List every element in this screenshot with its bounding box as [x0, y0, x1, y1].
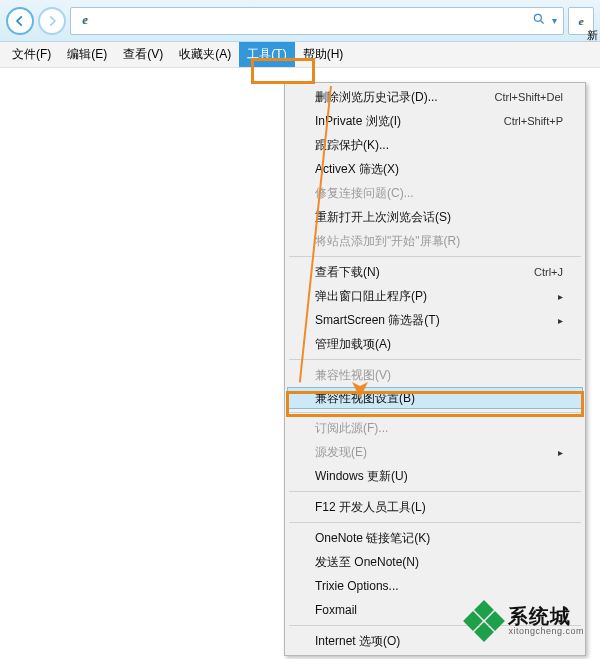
menu-help[interactable]: 帮助(H) [295, 42, 352, 67]
menu-separator [289, 491, 581, 492]
dropdown-caret-icon[interactable]: ▾ [552, 15, 557, 26]
menu-file[interactable]: 文件(F) [4, 42, 59, 67]
tab-label: 新 [587, 28, 598, 43]
menu-f12-devtools[interactable]: F12 开发人员工具(L) [287, 495, 583, 519]
menu-view-downloads[interactable]: 查看下载(N)Ctrl+J [287, 260, 583, 284]
menu-onenote-linked[interactable]: OneNote 链接笔记(K) [287, 526, 583, 550]
menu-fix-connection: 修复连接问题(C)... [287, 181, 583, 205]
menu-subscribe-feed: 订阅此源(F)... [287, 416, 583, 440]
menu-inprivate[interactable]: InPrivate 浏览(I)Ctrl+Shift+P [287, 109, 583, 133]
menu-edit[interactable]: 编辑(E) [59, 42, 115, 67]
watermark: 系统城 xitongcheng.com [466, 603, 584, 639]
menu-compat-view: 兼容性视图(V) [287, 363, 583, 387]
svg-point-0 [534, 14, 541, 21]
navigation-bar: e ▾ e [0, 0, 600, 42]
menu-compat-view-settings[interactable]: 兼容性视图设置(B) [287, 387, 583, 409]
arrow-left-icon [13, 14, 27, 28]
address-bar[interactable]: e ▾ [70, 7, 564, 35]
menu-windows-update[interactable]: Windows 更新(U) [287, 464, 583, 488]
menu-manage-addons[interactable]: 管理加载项(A) [287, 332, 583, 356]
menu-send-to-onenote[interactable]: 发送至 OneNote(N) [287, 550, 583, 574]
annotation-arrow-head-icon [352, 378, 368, 401]
menu-separator [289, 522, 581, 523]
menu-separator [289, 256, 581, 257]
menu-reopen-session[interactable]: 重新打开上次浏览会话(S) [287, 205, 583, 229]
menu-view[interactable]: 查看(V) [115, 42, 171, 67]
menu-add-to-start: 将站点添加到"开始"屏幕(R) [287, 229, 583, 253]
menu-favorites[interactable]: 收藏夹(A) [171, 42, 239, 67]
search-icon[interactable] [532, 12, 546, 29]
forward-button[interactable] [38, 7, 66, 35]
menu-feed-discovery: 源发现(E)▸ [287, 440, 583, 464]
watermark-title: 系统城 [508, 605, 584, 627]
menu-bar: 文件(F) 编辑(E) 查看(V) 收藏夹(A) 工具(T) 帮助(H) [0, 42, 600, 68]
back-button[interactable] [6, 7, 34, 35]
menu-separator [289, 412, 581, 413]
menu-smartscreen[interactable]: SmartScreen 筛选器(T)▸ [287, 308, 583, 332]
ie-logo-icon: e [579, 14, 584, 28]
menu-activex-filter[interactable]: ActiveX 筛选(X) [287, 157, 583, 181]
ie-logo-icon: e [77, 13, 93, 29]
menu-popup-blocker[interactable]: 弹出窗口阻止程序(P)▸ [287, 284, 583, 308]
menu-trixie-options[interactable]: Trixie Options... [287, 574, 583, 598]
watermark-logo-icon [466, 603, 502, 639]
arrow-right-icon [45, 14, 59, 28]
watermark-url: xitongcheng.com [508, 627, 584, 637]
menu-tools[interactable]: 工具(T) [239, 42, 294, 67]
tools-dropdown: 删除浏览历史记录(D)...Ctrl+Shift+Del InPrivate 浏… [284, 82, 586, 656]
menu-separator [289, 359, 581, 360]
menu-tracking-protection[interactable]: 跟踪保护(K)... [287, 133, 583, 157]
